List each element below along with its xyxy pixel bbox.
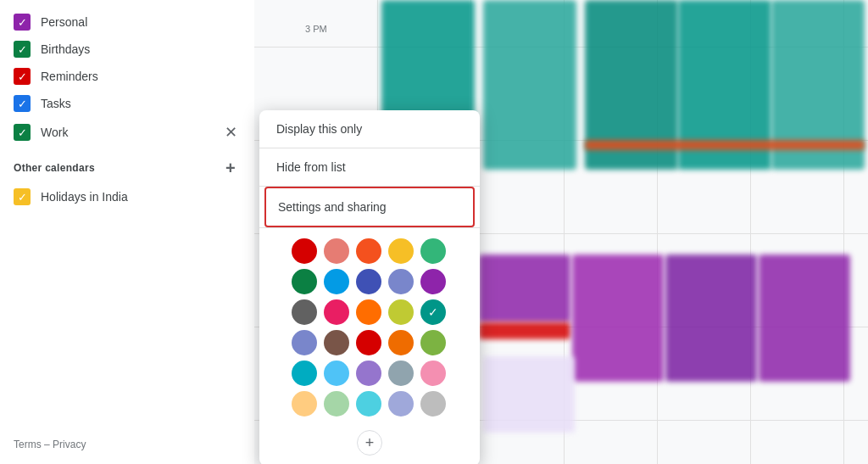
color-dot-steel-blue[interactable] [292, 330, 317, 355]
cal-block-purple-5 [759, 254, 850, 382]
color-grid: ✓ [259, 228, 480, 427]
color-dot-yellow-green[interactable] [420, 330, 446, 355]
color-dot-cyan[interactable] [292, 361, 317, 386]
menu-item-display-only[interactable]: Display this only [259, 110, 480, 148]
color-dot-peach[interactable] [292, 391, 317, 416]
other-calendars-label: Other calendars [14, 162, 95, 174]
color-dot-periwinkle[interactable] [388, 391, 414, 416]
menu-item-hide-from-list[interactable]: Hide from list [259, 148, 480, 186]
sidebar-item-work[interactable]: ✓ Work ✕ [0, 117, 254, 148]
tasks-label: Tasks [41, 97, 241, 110]
holidays-india-label: Holidays in India [41, 190, 241, 204]
cal-block-purple-2 [479, 254, 570, 322]
color-dot-tangerine[interactable] [356, 238, 381, 264]
birthdays-checkbox[interactable]: ✓ [14, 41, 31, 58]
custom-color-button[interactable]: + [357, 430, 382, 456]
color-dot-orange-2[interactable] [356, 299, 381, 325]
color-dot-sky[interactable] [356, 391, 381, 416]
color-dot-peacock[interactable] [324, 269, 349, 294]
reminders-checkbox[interactable]: ✓ [14, 68, 31, 85]
cal-block-purple-3 [572, 254, 664, 382]
work-close-button[interactable]: ✕ [220, 122, 241, 143]
color-dot-cocoa[interactable] [324, 330, 349, 355]
holidays-india-checkbox[interactable]: ✓ [14, 188, 31, 205]
add-other-calendar-button[interactable]: + [220, 158, 241, 178]
sidebar-item-birthdays[interactable]: ✓ Birthdays [0, 36, 254, 63]
footer-separator: – [44, 439, 50, 450]
sidebar: ✓ Personal ✓ Birthdays ✓ Reminders ✓ Tas… [0, 0, 254, 464]
time-label-3pm: 3 PM [305, 24, 327, 34]
color-dot-teal-check[interactable]: ✓ [420, 299, 446, 325]
personal-label: Personal [41, 15, 241, 29]
cal-block-lavender-1 [483, 356, 575, 433]
color-dot-red-2[interactable] [356, 330, 381, 355]
color-dot-silver[interactable] [420, 391, 446, 416]
personal-checkbox[interactable]: ✓ [14, 14, 31, 31]
sidebar-item-personal[interactable]: ✓ Personal [0, 8, 254, 36]
color-dot-lime[interactable] [388, 299, 414, 325]
cal-orange-bar [585, 140, 865, 150]
color-dot-sage[interactable] [420, 238, 446, 264]
color-dot-cornflower[interactable] [324, 361, 349, 386]
work-label: Work [41, 126, 220, 139]
terms-link[interactable]: Terms [14, 439, 42, 450]
menu-item-settings-sharing[interactable]: Settings and sharing [264, 187, 475, 227]
work-checkbox[interactable]: ✓ [14, 124, 31, 141]
cal-block-teal-2 [483, 0, 576, 170]
sidebar-item-tasks[interactable]: ✓ Tasks [0, 90, 254, 117]
other-calendars-section: Other calendars + [0, 148, 254, 183]
reminders-label: Reminders [41, 70, 241, 83]
sidebar-item-holidays-india[interactable]: ✓ Holidays in India [0, 183, 254, 210]
context-menu: Display this only Hide from list Setting… [259, 110, 480, 464]
color-dot-blueberry[interactable] [356, 269, 381, 294]
cal-block-purple-4 [665, 254, 757, 382]
color-dot-pink-light[interactable] [420, 361, 446, 386]
color-dot-graphite[interactable] [292, 299, 317, 325]
sidebar-item-reminders[interactable]: ✓ Reminders [0, 63, 254, 90]
color-dot-grape[interactable] [420, 269, 446, 294]
birthdays-label: Birthdays [41, 42, 241, 56]
color-dot-hot-pink[interactable] [324, 299, 349, 325]
color-dot-lavender[interactable] [388, 269, 414, 294]
color-dot-green-light[interactable] [324, 391, 349, 416]
cal-red-bar [479, 322, 570, 339]
color-dot-basil[interactable] [292, 269, 317, 294]
color-dot-amethyst[interactable] [356, 361, 381, 386]
privacy-link[interactable]: Privacy [53, 439, 86, 450]
color-dot-slate[interactable] [388, 361, 414, 386]
tasks-checkbox[interactable]: ✓ [14, 95, 31, 112]
sidebar-footer: Terms – Privacy [14, 439, 86, 450]
color-dot-banana[interactable] [388, 238, 414, 264]
color-dot-orange-3[interactable] [388, 330, 414, 355]
color-dot-flamingo[interactable] [324, 238, 349, 264]
color-dot-tomato[interactable] [292, 238, 317, 264]
